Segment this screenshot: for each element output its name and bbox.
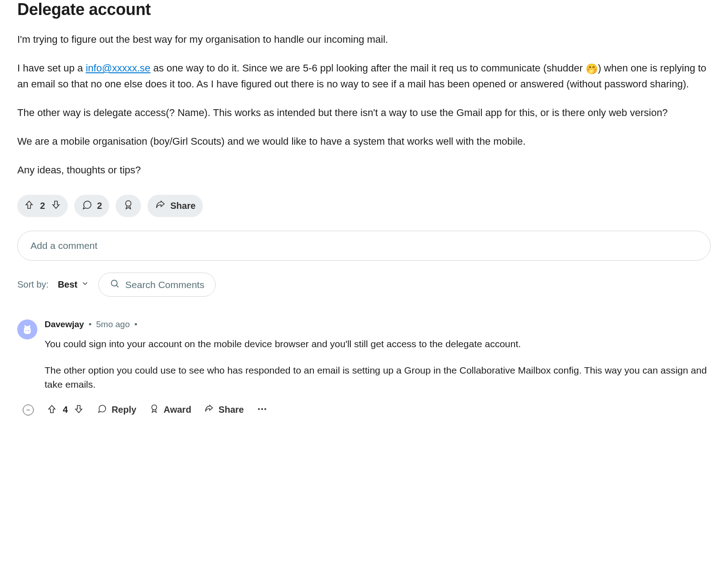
share-icon: [155, 199, 166, 213]
comment-paragraph: You could sign into your account on the …: [45, 337, 711, 351]
comment-icon: [97, 404, 107, 416]
upvote-icon[interactable]: [24, 199, 35, 213]
svg-point-6: [152, 405, 157, 410]
comment-count: 2: [97, 201, 102, 211]
share-label: Share: [170, 201, 196, 211]
avatar[interactable]: [17, 319, 37, 339]
comment-paragraph: The other option you could use to see wh…: [45, 363, 711, 392]
upvote-icon[interactable]: [46, 404, 57, 416]
post-paragraph: I have set up a info@xxxxx.se as one way…: [17, 61, 711, 91]
sort-by-label: Sort by:: [17, 279, 49, 290]
more-button[interactable]: [257, 404, 268, 416]
search-comments-placeholder: Search Comments: [125, 279, 204, 290]
svg-point-9: [264, 408, 266, 410]
post-score: 2: [40, 201, 45, 211]
share-button[interactable]: Share: [204, 404, 244, 416]
share-icon: [204, 404, 214, 416]
comments-button[interactable]: 2: [74, 195, 109, 217]
post-paragraph: We are a mobile organisation (boy/Girl S…: [17, 134, 711, 149]
share-button[interactable]: Share: [147, 195, 203, 217]
more-icon: [257, 404, 268, 415]
post-paragraph: Any ideas, thoughts or tips?: [17, 162, 711, 177]
search-comments-input[interactable]: Search Comments: [98, 273, 216, 297]
comment-header: Davewjay • 5mo ago •: [45, 319, 711, 329]
search-icon: [110, 278, 120, 291]
svg-point-8: [261, 408, 263, 410]
comment-score: 4: [63, 405, 68, 415]
sort-selected-label: Best: [58, 279, 77, 290]
post-paragraph: The other way is delegate access(? Name)…: [17, 105, 711, 120]
comment-actions: 4 Reply Award Share: [23, 404, 711, 416]
add-comment-input[interactable]: Add a comment: [17, 231, 711, 261]
post-paragraph: I'm trying to figure out the best way fo…: [17, 32, 711, 47]
shudder-emoji: 🤭: [586, 61, 598, 76]
reply-button[interactable]: Reply: [97, 404, 136, 416]
reply-label: Reply: [111, 405, 136, 415]
post-action-row: 2 2 Share: [17, 195, 711, 217]
comment-icon: [81, 199, 92, 213]
svg-point-0: [126, 201, 131, 206]
award-button[interactable]: Award: [149, 404, 192, 416]
chevron-down-icon: [81, 279, 89, 290]
sort-row: Sort by: Best Search Comments: [17, 273, 711, 297]
svg-point-5: [28, 330, 30, 331]
comment-meta-separator: •: [89, 319, 92, 329]
award-icon: [149, 404, 159, 416]
email-link[interactable]: info@xxxxx.se: [86, 62, 150, 74]
svg-point-4: [25, 330, 27, 331]
comment-meta-separator: •: [134, 319, 137, 329]
downvote-icon[interactable]: [51, 199, 61, 213]
comment: Davewjay • 5mo ago • You could sign into…: [17, 319, 711, 416]
minus-icon: [25, 407, 31, 413]
sort-select[interactable]: Best: [58, 279, 89, 290]
downvote-icon[interactable]: [73, 404, 84, 416]
comment-vote: 4: [46, 404, 84, 416]
comment-time: 5mo ago: [96, 319, 130, 329]
award-button[interactable]: [116, 195, 141, 217]
comment-author[interactable]: Davewjay: [45, 319, 84, 329]
award-icon: [123, 199, 134, 213]
collapse-button[interactable]: [23, 405, 34, 415]
comment-body: You could sign into your account on the …: [45, 337, 711, 392]
award-label: Award: [164, 405, 192, 415]
post-title: Delegate account: [17, 0, 711, 19]
svg-point-1: [111, 280, 117, 286]
share-label: Share: [218, 405, 244, 415]
avatar-icon: [20, 323, 34, 336]
svg-point-7: [258, 408, 260, 410]
post-body: I'm trying to figure out the best way fo…: [17, 32, 711, 177]
vote-pill: 2: [17, 195, 68, 217]
